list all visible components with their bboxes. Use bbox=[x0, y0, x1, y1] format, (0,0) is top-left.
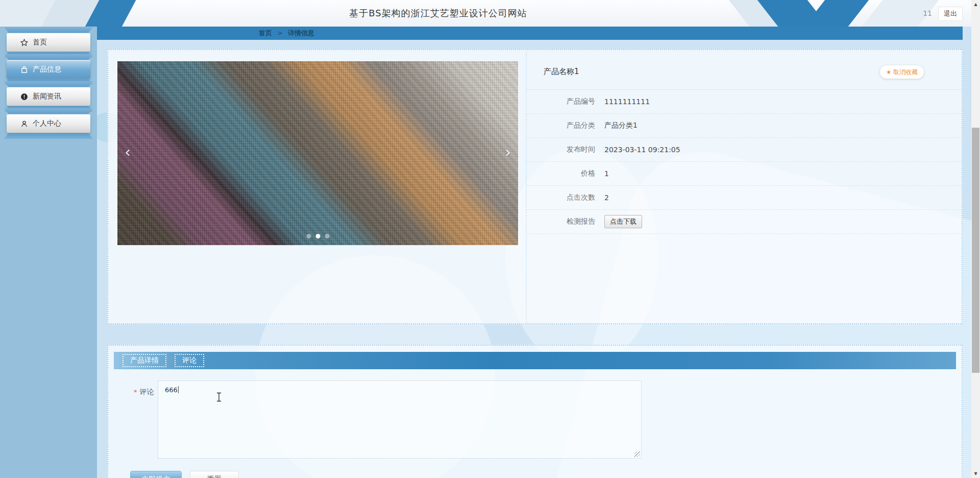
comment-textarea[interactable]: 666 bbox=[158, 380, 642, 459]
user-icon bbox=[20, 120, 28, 128]
carousel-dot[interactable] bbox=[325, 234, 329, 238]
text-caret bbox=[178, 386, 179, 393]
header: 基于BS架构的浙江艾艺塑业设计公司网站 11 退出 bbox=[0, 0, 980, 27]
scrollbar-up-arrow-icon[interactable]: ▲ bbox=[971, 0, 980, 9]
info-row-price: 价格 1 bbox=[527, 162, 962, 186]
info-value: 1 bbox=[604, 170, 609, 178]
favorite-star-icon: ★ bbox=[886, 69, 891, 76]
comment-label-text: 评论 bbox=[140, 388, 154, 396]
exclamation-circle-icon bbox=[20, 93, 28, 101]
info-value: 产品分类1 bbox=[604, 121, 638, 130]
required-mark: * bbox=[134, 388, 137, 396]
app-window: 基于BS架构的浙江艾艺塑业设计公司网站 11 退出 首页>详情信息 首页 产品信… bbox=[0, 0, 980, 478]
product-image-carousel: ‹ › bbox=[117, 61, 518, 245]
product-name: 产品名称1 bbox=[544, 67, 579, 77]
breadcrumb-bar: 首页>详情信息 bbox=[97, 27, 963, 40]
breadcrumb: 首页>详情信息 bbox=[259, 27, 314, 40]
textarea-resize-handle[interactable] bbox=[634, 451, 640, 457]
site-title: 基于BS架构的浙江艾艺塑业设计公司网站 bbox=[0, 0, 876, 27]
carousel-prev-icon[interactable]: ‹ bbox=[125, 145, 131, 160]
sidebar: 首页 产品信息 新闻资讯 个人中心 bbox=[0, 27, 97, 478]
unfavorite-label: 取消收藏 bbox=[893, 68, 918, 77]
header-count: 11 bbox=[923, 0, 932, 27]
carousel-dot[interactable] bbox=[306, 234, 311, 238]
info-row-click-count: 点击次数 2 bbox=[527, 186, 962, 210]
info-value: 2023-03-11 09:21:05 bbox=[604, 146, 680, 154]
unfavorite-button[interactable]: ★ 取消收藏 bbox=[880, 65, 924, 79]
info-label: 检测报告 bbox=[527, 217, 595, 226]
tab-comments[interactable]: 评论 bbox=[175, 354, 204, 367]
reset-button[interactable]: 重置 bbox=[190, 471, 239, 478]
product-title-row: 产品名称1 ★ 取消收藏 bbox=[527, 50, 962, 90]
product-detail-panel: ‹ › 产品名称1 ★ 取消收藏 产品编号 1111111111 bbox=[107, 49, 963, 324]
sidebar-item-label: 新闻资讯 bbox=[33, 92, 61, 101]
sidebar-item-home[interactable]: 首页 bbox=[7, 33, 90, 52]
sidebar-item-products[interactable]: 产品信息 bbox=[7, 60, 90, 79]
info-label: 价格 bbox=[527, 169, 595, 178]
product-info: 产品名称1 ★ 取消收藏 产品编号 1111111111 产品分类 产品分类1 … bbox=[527, 50, 962, 323]
info-label: 点击次数 bbox=[527, 193, 595, 202]
vertical-scrollbar[interactable]: ▲ ▼ bbox=[971, 0, 980, 478]
info-label: 产品分类 bbox=[527, 121, 595, 130]
breadcrumb-current: 详情信息 bbox=[288, 29, 314, 37]
info-row-product-category: 产品分类 产品分类1 bbox=[527, 114, 962, 138]
tab-bar: 产品详情 评论 bbox=[114, 352, 956, 369]
download-report-button[interactable]: 点击下载 bbox=[604, 215, 642, 228]
breadcrumb-separator: > bbox=[277, 29, 283, 37]
sidebar-item-label: 个人中心 bbox=[33, 119, 61, 128]
info-row-product-number: 产品编号 1111111111 bbox=[527, 90, 962, 114]
info-row-test-report: 检测报告 点击下载 bbox=[527, 210, 962, 234]
sidebar-item-label: 首页 bbox=[33, 38, 47, 47]
carousel-dots bbox=[306, 234, 329, 238]
info-label: 发布时间 bbox=[527, 145, 595, 154]
star-icon bbox=[20, 39, 28, 46]
info-row-publish-time: 发布时间 2023-03-11 09:21:05 bbox=[527, 138, 962, 162]
tab-product-detail[interactable]: 产品详情 bbox=[122, 354, 166, 367]
sidebar-item-label: 产品信息 bbox=[33, 65, 61, 74]
breadcrumb-home-link[interactable]: 首页 bbox=[259, 29, 272, 37]
info-value: 2 bbox=[604, 194, 609, 202]
scrollbar-down-arrow-icon[interactable]: ▼ bbox=[971, 469, 980, 478]
sidebar-item-news[interactable]: 新闻资讯 bbox=[7, 87, 90, 106]
carousel-dot-active[interactable] bbox=[315, 234, 320, 238]
logout-button[interactable]: 退出 bbox=[938, 7, 963, 21]
sidebar-item-profile[interactable]: 个人中心 bbox=[7, 114, 90, 133]
info-label: 产品编号 bbox=[527, 97, 595, 106]
bag-icon bbox=[20, 66, 28, 74]
comment-text: 666 bbox=[165, 386, 178, 394]
comment-section: 产品详情 评论 *评论 666 立即提交 重置 bbox=[107, 345, 963, 478]
submit-button[interactable]: 立即提交 bbox=[130, 471, 182, 478]
scrollbar-thumb[interactable] bbox=[972, 128, 979, 373]
info-value: 1111111111 bbox=[604, 98, 650, 106]
comment-field-label: *评论 bbox=[134, 388, 154, 397]
fabric-texture-image bbox=[117, 61, 518, 245]
carousel-next-icon[interactable]: › bbox=[505, 145, 511, 160]
